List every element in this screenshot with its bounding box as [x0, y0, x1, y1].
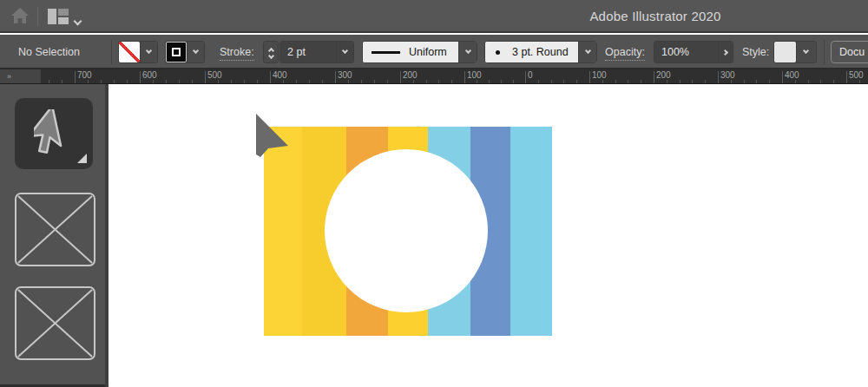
workspace-layout-icon[interactable] — [48, 9, 69, 28]
brush-definition-dropdown[interactable]: 3 pt. Round — [485, 42, 578, 62]
stroke-weight-stepper[interactable] — [263, 41, 279, 63]
style-swatch[interactable] — [774, 42, 796, 62]
ruler-major-tick — [140, 71, 141, 84]
ruler-overflow-button[interactable]: » — [0, 69, 41, 84]
ruler-minor-tick — [795, 80, 796, 83]
stripe-yellow-wide[interactable] — [264, 127, 302, 336]
ruler-tick-label: 700 — [77, 70, 92, 80]
placeholder-x-icon — [16, 288, 94, 358]
fill-chevron-down-icon[interactable] — [140, 42, 157, 62]
width-profile-chevron-down-icon[interactable] — [458, 42, 477, 62]
document-setup-button[interactable]: Docu — [831, 41, 868, 63]
opacity-field[interactable]: 100% — [654, 42, 718, 62]
placeholder-x-icon — [16, 194, 94, 265]
ruler-tick-label: 300 — [338, 70, 352, 80]
ruler-minor-tick — [731, 80, 732, 83]
ruler-major-tick — [464, 71, 465, 84]
stroke-weight-field[interactable]: 2 pt — [280, 42, 336, 62]
artwork-striped-rectangle[interactable] — [264, 127, 552, 336]
stroke-chevron-down-icon[interactable] — [187, 42, 204, 62]
app-window: Adobe Illustrator 2020 No Selection Stro… — [0, 0, 868, 387]
ruler-minor-tick — [49, 80, 49, 83]
selection-status: No Selection — [18, 46, 80, 58]
home-icon[interactable] — [10, 6, 30, 29]
ruler-minor-tick — [563, 80, 564, 83]
empty-tool-slot-2[interactable] — [15, 286, 95, 360]
ruler-minor-tick — [322, 80, 323, 83]
stripe-light-blue-2[interactable] — [510, 127, 552, 336]
ruler-major-tick — [846, 71, 847, 84]
stepper-down-icon[interactable] — [267, 53, 273, 59]
opacity-chevron-right-icon[interactable] — [718, 42, 733, 62]
width-profile-dropdown[interactable]: Uniform — [363, 42, 458, 62]
ruler-minor-tick — [538, 80, 539, 83]
empty-tool-slot-1[interactable] — [15, 193, 95, 266]
ruler-minor-tick — [374, 80, 375, 83]
ruler-minor-tick — [501, 80, 502, 83]
ruler-minor-tick — [101, 80, 102, 83]
ruler-minor-tick — [296, 80, 297, 83]
ruler-minor-tick — [387, 80, 388, 83]
stroke-color-group — [165, 41, 205, 63]
ruler-tick-label: 500 — [207, 70, 222, 80]
ruler-minor-tick — [756, 80, 757, 83]
selection-arrow-icon — [34, 109, 74, 158]
ruler-minor-tick — [257, 80, 258, 83]
stroke-panel-link[interactable]: Stroke: — [220, 46, 254, 61]
artwork-white-circle[interactable] — [325, 149, 488, 312]
stroke-swatch[interactable] — [166, 42, 187, 62]
ruler-minor-tick — [576, 80, 577, 83]
ruler-major-tick — [718, 71, 719, 84]
horizontal-ruler[interactable]: » 7006005004003002001000100200300400500 — [0, 69, 868, 84]
ruler-major-tick — [75, 71, 76, 84]
ruler-major-tick — [335, 71, 336, 84]
ruler-minor-tick — [348, 80, 349, 83]
opacity-panel-link[interactable]: Opacity: — [605, 46, 645, 61]
ruler-tick-label: 100 — [592, 70, 607, 80]
style-label: Style: — [742, 46, 769, 58]
width-profile-group: Uniform — [362, 41, 477, 63]
divider — [111, 40, 112, 64]
ruler-major-tick — [525, 71, 526, 84]
ruler-minor-tick — [859, 80, 860, 83]
ruler-minor-tick — [602, 80, 603, 83]
ruler-minor-tick — [667, 80, 667, 83]
document-setup-label: Docu — [839, 46, 865, 58]
ruler-minor-tick — [127, 80, 128, 83]
ruler-minor-tick — [615, 80, 616, 83]
opacity-group: 100% — [654, 41, 733, 63]
ruler-minor-tick — [283, 80, 284, 83]
ruler-minor-tick — [808, 80, 809, 83]
ruler-tick-label: 0 — [528, 70, 533, 80]
ruler-minor-tick — [244, 80, 245, 83]
brush-chevron-down-icon[interactable] — [578, 42, 596, 62]
ruler-minor-tick — [218, 80, 219, 83]
ruler-minor-tick — [309, 80, 310, 83]
ruler-minor-tick — [153, 80, 154, 83]
ruler-tick-label: 100 — [467, 70, 482, 80]
fill-swatch-none[interactable] — [119, 42, 140, 62]
ruler-minor-tick — [361, 80, 362, 83]
ruler-minor-tick — [114, 80, 115, 83]
selection-tool-button[interactable] — [15, 98, 93, 169]
ruler-minor-tick — [88, 80, 89, 83]
ruler-minor-tick — [705, 80, 706, 83]
window-title: Adobe Illustrator 2020 — [486, 9, 825, 23]
tools-panel — [0, 84, 108, 387]
ruler-minor-tick — [513, 80, 514, 83]
ruler-minor-tick — [833, 80, 834, 83]
ruler-minor-tick — [451, 80, 452, 83]
brush-definition-group: 3 pt. Round — [484, 41, 597, 63]
ruler-minor-tick — [426, 80, 427, 83]
ruler-minor-tick — [489, 80, 490, 83]
ruler-tick-label: 200 — [403, 70, 418, 80]
width-profile-value: Uniform — [409, 46, 447, 58]
brush-definition-value: 3 pt. Round — [512, 46, 569, 58]
ruler-tick-label: 200 — [656, 70, 671, 80]
style-chevron-down-icon[interactable] — [796, 42, 815, 62]
ruler-minor-tick — [438, 80, 439, 83]
workspace-chevron-down-icon[interactable] — [75, 12, 81, 28]
ruler-minor-tick — [231, 80, 232, 83]
round-brush-icon — [496, 50, 500, 55]
stroke-weight-chevron-down-icon[interactable] — [336, 42, 353, 62]
